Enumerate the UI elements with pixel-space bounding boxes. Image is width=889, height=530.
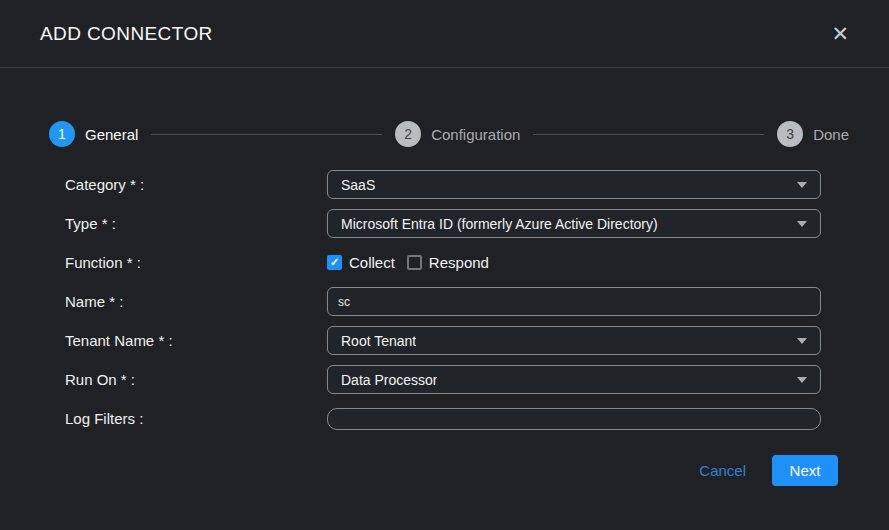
run-on-select[interactable]: Data Processor (327, 365, 821, 394)
collect-checkbox-option[interactable]: ✓ Collect (327, 254, 395, 271)
connector-form: Category * : SaaS Type * : Microsoft Ent… (40, 165, 849, 438)
category-select[interactable]: SaaS (327, 170, 821, 199)
chevron-down-icon (797, 338, 807, 344)
tenant-name-select[interactable]: Root Tenant (327, 326, 821, 355)
name-input[interactable] (327, 287, 821, 316)
dialog-content: 1 General 2 Configuration 3 Done Categor… (0, 121, 889, 486)
step-2-circle: 2 (395, 121, 421, 147)
tenant-name-label: Tenant Name * : (65, 332, 327, 349)
chevron-down-icon (797, 221, 807, 227)
form-row-category: Category * : SaaS (40, 165, 849, 204)
close-icon[interactable]: ✕ (831, 23, 849, 44)
category-select-value: SaaS (341, 177, 375, 193)
step-2-label: Configuration (431, 126, 520, 143)
step-done: 3 Done (777, 121, 849, 147)
type-select[interactable]: Microsoft Entra ID (formerly Azure Activ… (327, 209, 821, 238)
run-on-select-value: Data Processor (341, 372, 437, 388)
step-configuration: 2 Configuration (395, 121, 520, 147)
dialog-title: ADD CONNECTOR (40, 23, 213, 45)
stepper: 1 General 2 Configuration 3 Done (49, 121, 849, 147)
step-general: 1 General (49, 121, 138, 147)
step-3-label: Done (813, 126, 849, 143)
category-label: Category * : (65, 176, 327, 193)
step-3-circle: 3 (777, 121, 803, 147)
step-1-label: General (85, 126, 138, 143)
form-row-type: Type * : Microsoft Entra ID (formerly Az… (40, 204, 849, 243)
chevron-down-icon (797, 182, 807, 188)
type-select-value: Microsoft Entra ID (formerly Azure Activ… (341, 216, 658, 232)
form-row-function: Function * : ✓ Collect Respond (40, 243, 849, 282)
stepper-connector-line (151, 134, 382, 135)
chevron-down-icon (797, 377, 807, 383)
function-checkbox-group: ✓ Collect Respond (327, 254, 821, 271)
cancel-button[interactable]: Cancel (699, 462, 746, 479)
respond-checkbox-option[interactable]: Respond (407, 254, 489, 271)
step-1-circle: 1 (49, 121, 75, 147)
run-on-label: Run On * : (65, 371, 327, 388)
form-row-log-filters: Log Filters : (40, 399, 849, 438)
dialog-actions: Cancel Next (40, 455, 849, 486)
type-label: Type * : (65, 215, 327, 232)
dialog-header: ADD CONNECTOR ✕ (0, 0, 889, 68)
form-row-tenant-name: Tenant Name * : Root Tenant (40, 321, 849, 360)
name-label: Name * : (65, 293, 327, 310)
next-button[interactable]: Next (772, 455, 838, 486)
add-connector-dialog: ADD CONNECTOR ✕ 1 General 2 Configuratio… (0, 0, 889, 530)
function-label: Function * : (65, 254, 327, 271)
checkmark-icon: ✓ (330, 257, 339, 268)
respond-checkbox-label: Respond (429, 254, 489, 271)
form-row-name: Name * : (40, 282, 849, 321)
collect-checkbox[interactable]: ✓ (327, 255, 342, 270)
respond-checkbox[interactable] (407, 255, 422, 270)
tenant-name-select-value: Root Tenant (341, 333, 416, 349)
form-row-run-on: Run On * : Data Processor (40, 360, 849, 399)
collect-checkbox-label: Collect (349, 254, 395, 271)
log-filters-label: Log Filters : (65, 410, 327, 427)
stepper-connector-line (533, 134, 764, 135)
log-filters-input[interactable] (327, 408, 821, 430)
